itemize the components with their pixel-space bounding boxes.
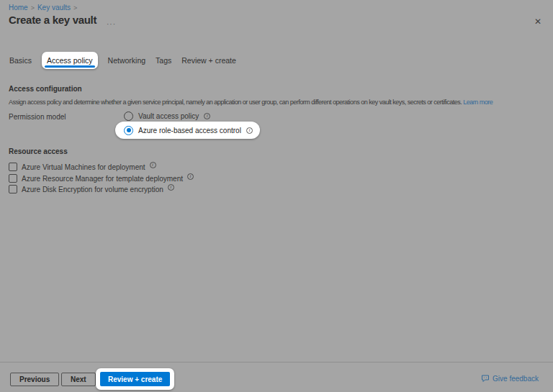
access-configuration-heading: Access configuration (9, 85, 82, 93)
checkbox-icon (9, 163, 17, 171)
checkbox-label: Azure Disk Encryption for volume encrypt… (22, 186, 163, 193)
info-icon[interactable]: i (187, 173, 194, 180)
checkbox-row-disk-encryption[interactable]: Azure Disk Encryption for volume encrypt… (9, 185, 174, 193)
active-tab-underline (45, 65, 95, 68)
tab-review-create[interactable]: Review + create (181, 56, 236, 65)
info-icon[interactable]: i (246, 127, 253, 134)
checkbox-row-template-deployment[interactable]: Azure Resource Manager for template depl… (9, 174, 194, 183)
checkbox-icon (9, 185, 17, 193)
radio-selected-icon (124, 126, 133, 135)
radio-vault-access-policy[interactable]: Vault access policy i (124, 111, 210, 122)
breadcrumb: Home > Key vaults > (9, 4, 77, 12)
review-create-highlight: Review + create (96, 368, 174, 390)
page-title: Create a key vault (9, 14, 96, 26)
learn-more-link[interactable]: Learn more (463, 99, 493, 106)
checkbox-label: Azure Virtual Machines for deployment (22, 163, 145, 171)
radio-label: Azure role-based access control (138, 127, 241, 135)
info-icon[interactable]: i (150, 162, 156, 168)
radio-azure-rbac[interactable]: Azure role-based access control i (115, 122, 260, 139)
resource-access-heading: Resource access (9, 147, 68, 155)
breadcrumb-separator-icon: > (31, 4, 35, 12)
radio-label: Vault access policy (138, 112, 199, 120)
give-feedback-icon (481, 374, 490, 383)
tab-tags[interactable]: Tags (156, 56, 171, 65)
give-feedback-label: Give feedback (493, 375, 539, 383)
tab-bar: Basics Access policy Networking Tags Rev… (9, 52, 236, 69)
breadcrumb-separator-icon: > (73, 4, 77, 12)
radio-unselected-icon (124, 111, 133, 121)
tab-networking[interactable]: Networking (108, 56, 146, 65)
checkbox-row-vm-deployment[interactable]: Azure Virtual Machines for deployment i (9, 163, 156, 171)
breadcrumb-link-home[interactable]: Home (9, 4, 28, 12)
tab-access-policy[interactable]: Access policy (47, 56, 93, 65)
checkbox-icon (9, 174, 17, 183)
checkbox-label: Azure Resource Manager for template depl… (22, 175, 183, 183)
close-icon[interactable]: ✕ (534, 17, 541, 26)
permission-model-label: Permission model (9, 113, 66, 121)
breadcrumb-link-key-vaults[interactable]: Key vaults (37, 4, 71, 12)
info-icon[interactable]: i (204, 113, 210, 119)
tab-access-policy-highlight: Access policy (42, 52, 98, 69)
info-icon[interactable]: i (168, 184, 174, 191)
review-create-button[interactable]: Review + create (100, 372, 170, 386)
footer-divider (0, 362, 553, 363)
more-options-icon[interactable]: ··· (107, 20, 116, 28)
tab-basics[interactable]: Basics (9, 56, 32, 65)
access-configuration-description: Assign access policy and determine wheth… (9, 99, 493, 106)
previous-button[interactable]: Previous (10, 373, 59, 386)
next-button[interactable]: Next (61, 373, 96, 386)
give-feedback-link[interactable]: Give feedback (481, 374, 539, 383)
